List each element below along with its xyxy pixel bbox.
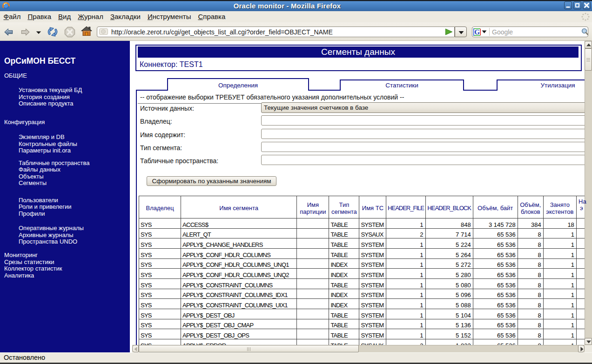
svg-text:G: G [474,28,480,36]
